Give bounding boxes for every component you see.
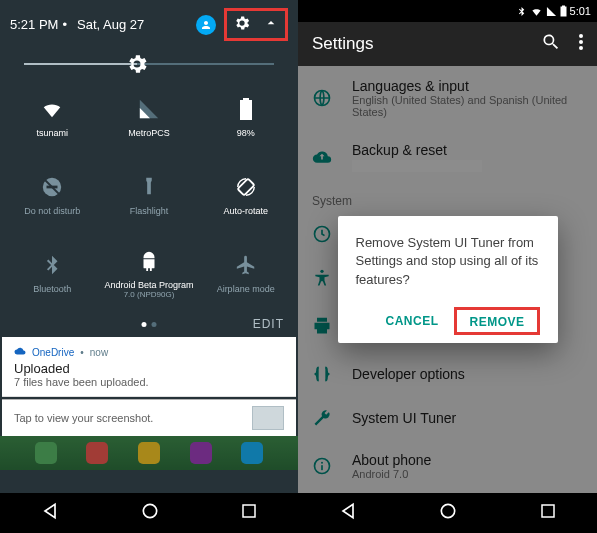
svg-point-15 bbox=[442, 504, 455, 517]
tile-rotate[interactable]: Auto-rotate bbox=[197, 157, 294, 235]
tile-wifi[interactable]: tsunami bbox=[4, 79, 101, 157]
navbar bbox=[0, 493, 298, 533]
dnd-icon bbox=[41, 176, 63, 200]
tile-label: Flashlight bbox=[130, 206, 169, 216]
wifi-icon bbox=[41, 98, 63, 122]
more-icon[interactable] bbox=[579, 34, 583, 55]
android-icon bbox=[138, 250, 160, 274]
airplane-icon bbox=[235, 254, 257, 278]
svg-rect-5 bbox=[243, 505, 255, 517]
notif-body: Tap to view your screenshot. bbox=[14, 412, 153, 424]
back-icon[interactable] bbox=[40, 501, 60, 525]
left-phone: 5:21 PM • Sat, Aug 27 tsunami MetroPCS 9… bbox=[0, 0, 298, 533]
svg-point-8 bbox=[579, 46, 583, 50]
tile-label: MetroPCS bbox=[128, 128, 170, 138]
dialog-message: Remove System UI Tuner from Settings and… bbox=[356, 234, 540, 289]
navbar bbox=[298, 493, 597, 533]
chevron-up-icon[interactable] bbox=[263, 15, 279, 34]
flashlight-icon bbox=[138, 176, 160, 200]
tile-airplane[interactable]: Airplane mode bbox=[197, 235, 294, 313]
tile-label: Airplane mode bbox=[217, 284, 275, 294]
wifi-icon bbox=[530, 6, 543, 17]
homescreen-peek bbox=[0, 436, 298, 470]
clock-time: 5:21 PM bbox=[10, 17, 58, 32]
gear-icon[interactable] bbox=[233, 14, 251, 35]
recents-icon[interactable] bbox=[240, 502, 258, 524]
dialog-scrim[interactable]: Remove System UI Tuner from Settings and… bbox=[298, 66, 597, 493]
pager-row: EDIT bbox=[0, 313, 298, 337]
highlight-remove: REMOVE bbox=[454, 307, 539, 335]
brightness-slider[interactable] bbox=[0, 49, 298, 75]
statusbar: 5:01 bbox=[298, 0, 597, 22]
notif-app: OneDrive bbox=[32, 347, 74, 358]
search-icon[interactable] bbox=[541, 32, 561, 57]
svg-point-4 bbox=[143, 504, 156, 517]
cancel-button[interactable]: CANCEL bbox=[377, 308, 446, 334]
rotate-icon bbox=[235, 176, 257, 200]
bluetooth-icon bbox=[41, 254, 63, 278]
home-icon[interactable] bbox=[140, 501, 160, 525]
signal-icon bbox=[546, 6, 557, 17]
tile-label: Android Beta Program bbox=[104, 280, 193, 290]
tile-battery[interactable]: 98% bbox=[197, 79, 294, 157]
quicksettings-tiles: tsunami MetroPCS 98% Do not disturb Flas… bbox=[0, 75, 298, 313]
tile-label: Bluetooth bbox=[33, 284, 71, 294]
notif-title: Uploaded bbox=[14, 361, 284, 376]
tile-dnd[interactable]: Do not disturb bbox=[4, 157, 101, 235]
notification-onedrive[interactable]: OneDrive•now Uploaded 7 files have been … bbox=[2, 337, 296, 397]
right-phone: 5:01 Settings Languages & inputEnglish (… bbox=[298, 0, 597, 533]
tile-flashlight[interactable]: Flashlight bbox=[101, 157, 198, 235]
battery-icon bbox=[560, 5, 567, 17]
remove-button[interactable]: REMOVE bbox=[461, 309, 532, 335]
tile-bluetooth[interactable]: Bluetooth bbox=[4, 235, 101, 313]
appbar: Settings bbox=[298, 22, 597, 66]
bluetooth-icon bbox=[516, 6, 527, 17]
screenshot-thumb-icon bbox=[252, 406, 284, 430]
signal-icon bbox=[138, 98, 160, 122]
settings-list[interactable]: Languages & inputEnglish (United States)… bbox=[298, 66, 597, 493]
tile-beta[interactable]: Android Beta Program7.0 (NPD90G) bbox=[101, 235, 198, 313]
tile-label: Auto-rotate bbox=[223, 206, 268, 216]
clock-date: Sat, Aug 27 bbox=[77, 17, 144, 32]
svg-point-6 bbox=[579, 34, 583, 38]
tile-label: tsunami bbox=[37, 128, 69, 138]
tile-label: Do not disturb bbox=[24, 206, 80, 216]
battery-icon bbox=[239, 98, 253, 122]
home-icon[interactable] bbox=[438, 501, 458, 525]
user-avatar-icon[interactable] bbox=[196, 15, 216, 35]
back-icon[interactable] bbox=[338, 501, 358, 525]
edit-button[interactable]: EDIT bbox=[253, 317, 284, 331]
status-time: 5:01 bbox=[570, 5, 591, 17]
tile-cellular[interactable]: MetroPCS bbox=[101, 79, 198, 157]
page-dot[interactable] bbox=[152, 322, 157, 327]
dialog: Remove System UI Tuner from Settings and… bbox=[338, 216, 558, 343]
cloud-icon bbox=[14, 345, 26, 359]
page-dot[interactable] bbox=[142, 322, 147, 327]
notification-screenshot[interactable]: Tap to view your screenshot. bbox=[2, 399, 296, 436]
tile-sublabel: 7.0 (NPD90G) bbox=[124, 290, 175, 299]
notif-time: now bbox=[90, 347, 108, 358]
appbar-title: Settings bbox=[312, 34, 541, 54]
quicksettings-header: 5:21 PM • Sat, Aug 27 bbox=[0, 0, 298, 49]
svg-point-7 bbox=[579, 40, 583, 44]
recents-icon[interactable] bbox=[539, 502, 557, 524]
highlight-settings-caret bbox=[224, 8, 288, 41]
notif-body: 7 files have been uploaded. bbox=[14, 376, 284, 388]
tile-label: 98% bbox=[237, 128, 255, 138]
svg-rect-16 bbox=[542, 505, 554, 517]
